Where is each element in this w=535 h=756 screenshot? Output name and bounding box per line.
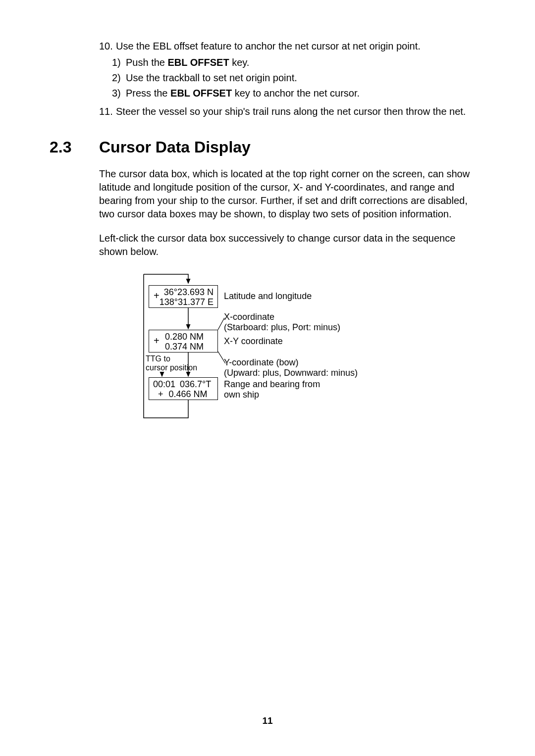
- x-value: 0.280 NM: [165, 332, 214, 342]
- range-bearing-label: Range and bearing from own ship: [224, 379, 320, 400]
- plus-icon: +: [154, 335, 160, 347]
- x-coordinate-label: X-coordinate (Starboard: plus, Port: min…: [224, 312, 340, 332]
- ebl-offset-key: EBL OFFSET: [168, 57, 229, 68]
- substep-number: 3): [112, 87, 126, 100]
- substep-3: 3) Press the EBL OFFSET key to anchor th…: [112, 87, 485, 100]
- section-heading: 2.3 Cursor Data Display: [50, 138, 485, 156]
- paragraph: Left-click the cursor data box successiv…: [99, 232, 485, 258]
- range-value: 0.466 NM: [166, 389, 208, 399]
- body-text: 10. Use the EBL offset feature to anchor…: [99, 40, 485, 118]
- substep-text: Use the trackball to set net origin poin…: [126, 71, 297, 85]
- latlon-label: Latitude and longitude: [224, 291, 312, 302]
- substep-text: Press the EBL OFFSET key to anchor the n…: [126, 87, 360, 100]
- substep-number: 2): [112, 71, 126, 85]
- xy-label: X-Y coordinate: [224, 336, 283, 347]
- plus-icon: +: [153, 389, 163, 399]
- paragraph: The cursor data box, which is located at…: [99, 167, 485, 221]
- ebl-offset-key: EBL OFFSET: [170, 88, 232, 99]
- cursor-data-diagram: 36°23.693 N 138°31.377 E + Latitude and …: [139, 269, 396, 428]
- substep-1: 1) Push the EBL OFFSET key.: [112, 56, 485, 69]
- step-11: 11. Steer the vessel so your ship's trai…: [99, 105, 485, 118]
- substep-number: 1): [112, 56, 126, 69]
- step-text: Steer the vessel so your ship's trail ru…: [116, 105, 466, 118]
- step-number: 10.: [99, 40, 116, 53]
- substep-2: 2) Use the trackball to set net origin p…: [112, 71, 485, 85]
- step-number: 11.: [99, 105, 116, 118]
- section-title: Cursor Data Display: [99, 138, 251, 156]
- section-number: 2.3: [50, 138, 99, 156]
- page-number: 11: [0, 715, 535, 726]
- plus-icon: +: [154, 290, 160, 302]
- y-value: 0.374 NM: [165, 342, 214, 352]
- ttg-value: 00:01: [153, 379, 175, 389]
- substep-text: Push the EBL OFFSET key.: [126, 56, 249, 69]
- section-body: The cursor data box, which is located at…: [99, 167, 485, 428]
- y-coordinate-label: Y-coordinate (bow) (Upward: plus, Downwa…: [224, 357, 358, 378]
- longitude-value: 138°31.377 E: [153, 298, 214, 307]
- step-10: 10. Use the EBL offset feature to anchor…: [99, 40, 485, 53]
- latitude-value: 36°23.693 N: [153, 288, 214, 298]
- step-text: Use the EBL offset feature to anchor the…: [116, 40, 421, 53]
- bearing-value: 036.7°T: [178, 379, 211, 389]
- range-bearing-box: 00:01 036.7°T + 0.466 NM: [149, 377, 218, 400]
- ttg-label: TTG to cursor position: [146, 354, 197, 373]
- page: 10. Use the EBL offset feature to anchor…: [0, 0, 535, 756]
